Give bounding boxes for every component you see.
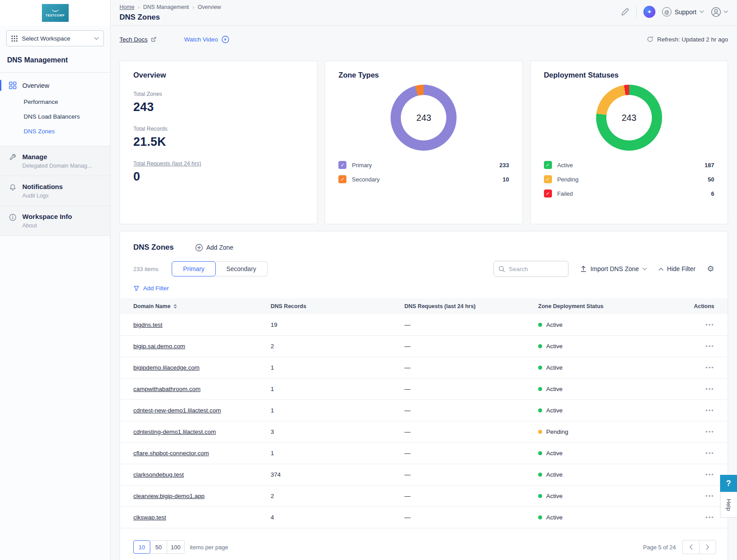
hide-filter-button[interactable]: Hide Filter — [659, 265, 696, 272]
user-menu[interactable] — [711, 7, 728, 17]
domain-link[interactable]: cflare.shpbot-connector.com — [133, 450, 209, 457]
column-header-domain-name[interactable]: Domain Name — [133, 303, 271, 309]
row-actions-button[interactable]: ••• — [705, 386, 714, 392]
status-label: Active — [546, 364, 563, 371]
page-size-10[interactable]: 10 — [133, 540, 150, 554]
row-actions-button[interactable]: ••• — [705, 365, 714, 371]
watch-video-link[interactable]: Watch Video — [184, 36, 229, 43]
legend-checkbox[interactable]: ✓ — [338, 175, 346, 183]
breadcrumb-overview: Overview — [198, 4, 221, 10]
plus-circle-icon — [195, 244, 203, 251]
import-dns-zone-button[interactable]: Import DNS Zone — [580, 265, 647, 272]
row-actions-button[interactable]: ••• — [705, 343, 714, 349]
domain-link[interactable]: cdntest-new-demo1.lilactest.com — [133, 407, 221, 414]
stat-value: 0 — [133, 170, 304, 184]
row-actions-button[interactable]: ••• — [705, 408, 714, 413]
sidebar-item-manage[interactable]: Manage Delegated Domain Manag... — [0, 146, 110, 176]
sidebar-item-workspace-info[interactable]: Workspace Info About — [0, 206, 110, 236]
legend-checkbox[interactable]: ✓ — [544, 161, 552, 169]
sidebar-subnav: Performance DNS Load Balancers DNS Zones — [0, 95, 110, 139]
legend-value: 50 — [708, 176, 714, 183]
watch-video-label: Watch Video — [184, 36, 218, 43]
sidebar-item-dns-zones[interactable]: DNS Zones — [24, 124, 110, 139]
domain-link[interactable]: cdntesting-demo1.lilactest.com — [133, 428, 216, 435]
summary-cards: Overview Total Zones 243 Total Records 2… — [111, 53, 737, 224]
actions-cell: ••• — [685, 514, 714, 521]
page-size-100[interactable]: 100 — [167, 540, 185, 554]
tech-docs-label: Tech Docs — [119, 36, 148, 43]
sidebar-nav-overview-section: Overview Performance DNS Load Balancers … — [0, 72, 110, 146]
zone-deployment-status: Active — [538, 321, 685, 328]
sidebar-item-overview[interactable]: Overview — [0, 75, 110, 95]
row-actions-button[interactable]: ••• — [705, 429, 714, 435]
divider — [636, 6, 637, 18]
support-label: Support — [675, 8, 696, 16]
sidebar-item-notifications[interactable]: Notifications Audit Logs — [0, 176, 110, 206]
top-bar: Home › DNS Management › Overview DNS Zon… — [111, 0, 737, 26]
domain-link[interactable]: clarksondebug.test — [133, 471, 184, 478]
breadcrumb-home[interactable]: Home — [119, 4, 134, 10]
help-question-badge[interactable]: ? — [720, 475, 737, 492]
upload-icon — [580, 265, 587, 272]
deployment-statuses-card: Deployment Statuses 243 ✓ Active 187 — [530, 61, 728, 224]
paintbrush-icon[interactable] — [621, 8, 630, 16]
legend-checkbox[interactable]: ✓ — [544, 189, 552, 198]
domain-link[interactable]: clkswap.test — [133, 514, 166, 521]
zone-type-tabs: Primary Secondary — [172, 261, 267, 276]
table-row: cdntest-new-demo1.lilactest.com 1 — Acti… — [120, 400, 728, 421]
help-tab[interactable]: Help — [720, 492, 737, 518]
table-row: bigipdemo.lilacedge.com 1 — Active ••• — [120, 357, 728, 379]
dns-zones-panel: DNS Zones Add Zone 233 items Primary Sec… — [119, 231, 728, 560]
row-actions-button[interactable]: ••• — [705, 493, 714, 499]
dns-records-value: 19 — [271, 321, 404, 328]
add-zone-button[interactable]: Add Zone — [195, 244, 234, 251]
legend-checkbox[interactable]: ✓ — [338, 161, 346, 169]
pager: Page 5 of 24 — [643, 540, 716, 554]
ai-assistant-badge[interactable]: ✦ — [643, 6, 655, 18]
sort-icon[interactable] — [173, 304, 177, 309]
previous-page-button[interactable] — [682, 540, 699, 554]
status-label: Active — [546, 407, 563, 414]
actions-cell: ••• — [685, 450, 714, 457]
stat-label-link[interactable]: Total Requests (last 24 hrs) — [133, 161, 304, 167]
sidebar-item-performance[interactable]: Performance — [24, 95, 110, 109]
actions-cell: ••• — [685, 386, 714, 392]
gear-icon[interactable]: ⚙ — [707, 265, 714, 273]
tab-secondary[interactable]: Secondary — [216, 261, 268, 276]
domain-link[interactable]: bigdns.test — [133, 321, 162, 328]
import-dns-zone-label: Import DNS Zone — [590, 265, 639, 272]
refresh-button[interactable]: Refresh: Updated 2 hr ago — [646, 36, 728, 43]
tab-primary[interactable]: Primary — [172, 261, 215, 276]
legend-label: Secondary — [352, 176, 497, 183]
stat-total-zones: Total Zones 243 — [133, 91, 304, 114]
stat-value: 243 — [133, 100, 304, 114]
status-dot-icon — [538, 451, 542, 455]
status-dot-icon — [538, 323, 542, 327]
refresh-icon — [646, 36, 654, 43]
page-size-50[interactable]: 50 — [150, 540, 167, 554]
domain-link[interactable]: clearview.bigip-demo1.app — [133, 493, 205, 499]
next-page-button[interactable] — [699, 540, 716, 554]
company-logo[interactable]: TESTCORP — [42, 4, 69, 22]
domain-link[interactable]: campwithabathroom.com — [133, 386, 201, 392]
domain-link[interactable]: bigip.sai.demo.com — [133, 343, 185, 350]
support-icon: @ — [662, 7, 671, 16]
row-actions-button[interactable]: ••• — [705, 450, 714, 456]
row-actions-button[interactable]: ••• — [705, 472, 714, 478]
add-filter-button[interactable]: Add Filter — [120, 285, 728, 292]
tech-docs-link[interactable]: Tech Docs — [119, 36, 156, 43]
sidebar-item-dns-load-balancers[interactable]: DNS Load Balancers — [24, 109, 110, 124]
support-menu[interactable]: @ Support — [662, 7, 704, 16]
zone-deployment-status: Pending — [538, 428, 685, 435]
legend-label: Pending — [557, 176, 703, 183]
legend-checkbox[interactable]: ✓ — [544, 175, 552, 183]
workspace-selector[interactable]: Select Workspace — [6, 30, 104, 46]
help-widget: ? Help — [720, 475, 737, 518]
panel-title: DNS Zones — [133, 243, 174, 252]
search-input[interactable] — [509, 266, 564, 272]
row-actions-button[interactable]: ••• — [705, 322, 714, 328]
dns-records-value: 1 — [271, 407, 404, 414]
dns-requests-value: — — [404, 471, 538, 478]
domain-link[interactable]: bigipdemo.lilacedge.com — [133, 364, 200, 371]
row-actions-button[interactable]: ••• — [705, 515, 714, 520]
